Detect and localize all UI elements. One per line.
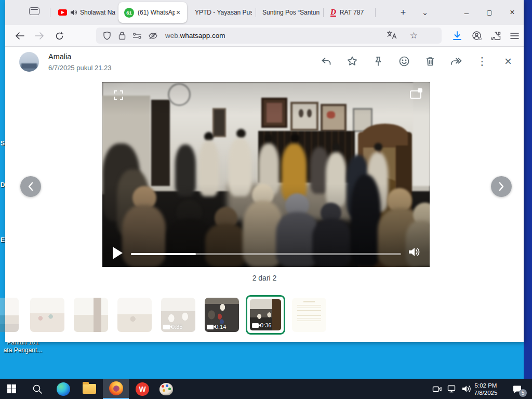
media-thumbnail-video[interactable]: 0:35 — [161, 298, 195, 332]
firefox-view-icon[interactable] — [29, 7, 39, 15]
tracking-disabled-icon[interactable] — [148, 32, 158, 40]
tab-sholawat[interactable]: Sholawat Na — [53, 3, 116, 22]
video-camera-icon — [163, 325, 170, 329]
video-player[interactable] — [102, 82, 430, 267]
picture-in-picture-icon[interactable] — [410, 90, 421, 99]
media-thumbnail-video[interactable]: 0:14 — [205, 298, 239, 332]
tab-label: YPTD - Yayasan Pusak — [195, 9, 252, 16]
extensions-puzzle-icon[interactable] — [489, 30, 502, 42]
tab-sunting-pos[interactable]: Sunting Pos “Santuna — [258, 3, 322, 22]
media-thumbnail-document[interactable] — [292, 298, 326, 332]
folder-icon — [83, 384, 96, 394]
desktop-wallpaper-edge — [524, 0, 532, 379]
tray-time: 5:02 PM — [475, 382, 497, 389]
desktop-icon-label-fragment: E — [1, 236, 5, 244]
browser-window: Sholawat Na 61 (61) WhatsApp × YPTD - Ya… — [5, 0, 524, 342]
wps-office-icon: W — [136, 382, 149, 396]
taskbar-paint-button[interactable] — [155, 379, 178, 399]
tray-date: 7/8/2025 — [474, 389, 498, 396]
taskbar-wps-button[interactable]: W — [131, 379, 154, 399]
tray-clock[interactable]: 5:02 PM 7/8/2025 — [467, 379, 505, 399]
play-button[interactable] — [113, 247, 123, 259]
youtube-icon — [58, 9, 67, 16]
firefox-icon — [109, 381, 123, 395]
tab-label: Sholawat Na — [80, 9, 116, 16]
menu-hamburger-icon[interactable] — [508, 30, 521, 42]
taskbar-firefox-button-active[interactable] — [103, 379, 129, 399]
shield-icon[interactable] — [103, 31, 111, 40]
downloads-icon[interactable] — [451, 30, 463, 42]
react-emoji-button[interactable] — [395, 52, 414, 71]
taskbar-search-button[interactable] — [26, 379, 49, 399]
media-thumbnail[interactable] — [0, 298, 19, 332]
back-button[interactable] — [14, 30, 26, 42]
video-camera-icon — [252, 323, 259, 328]
tray-meet-now-icon[interactable] — [430, 379, 445, 399]
window-maximize-button[interactable]: ▢ — [478, 0, 501, 25]
video-camera-icon — [207, 325, 214, 329]
screen: S D E Pantun 101 ata Pengant... Sholawat… — [0, 0, 532, 399]
desktop-icon-label-fragment: D — [1, 181, 5, 189]
viewer-close-button[interactable]: × — [499, 52, 517, 71]
bookmark-star-icon[interactable]: ☆ — [410, 30, 418, 41]
volume-icon[interactable] — [408, 246, 421, 260]
start-button[interactable] — [0, 379, 23, 399]
tab-label: (61) WhatsApp — [138, 9, 175, 16]
forward-button[interactable] — [33, 30, 46, 42]
translate-icon[interactable] — [387, 31, 397, 41]
previous-media-button[interactable] — [20, 176, 41, 197]
next-media-button[interactable] — [491, 176, 512, 197]
url-text[interactable]: web.whatsapp.com — [165, 32, 225, 39]
taskbar: W 5:02 PM 7/8/2025 5 — [0, 379, 532, 399]
tab-rat787[interactable]: D RAT 787 — [326, 3, 376, 22]
media-thumbnail[interactable] — [117, 298, 152, 332]
address-bar[interactable]: web.whatsapp.com ☆ — [96, 28, 442, 44]
sender-name: Amalia — [48, 52, 71, 61]
tab-label: Sunting Pos “Santuna — [262, 9, 320, 16]
pin-button[interactable] — [369, 52, 388, 71]
tab-yptd[interactable]: YPTD - Yayasan Pusak — [190, 3, 254, 22]
windows-logo-icon — [7, 384, 16, 393]
window-close-button[interactable]: × — [501, 0, 524, 25]
new-tab-button[interactable]: + — [394, 0, 413, 25]
more-options-button[interactable]: ⋮ — [473, 52, 491, 71]
notification-count-badge: 5 — [519, 389, 527, 397]
taskbar-edge-button[interactable] — [52, 379, 75, 399]
media-thumbnail[interactable] — [74, 298, 108, 332]
forward-button[interactable] — [447, 52, 466, 71]
star-button[interactable] — [343, 52, 362, 71]
d-logo-icon: D — [330, 9, 336, 17]
tab-close-icon[interactable]: × — [176, 8, 180, 17]
search-icon — [32, 384, 43, 394]
tab-label: RAT 787 — [340, 9, 364, 16]
navigation-toolbar: web.whatsapp.com ☆ — [5, 25, 524, 47]
tab-bar: Sholawat Na 61 (61) WhatsApp × YPTD - Ya… — [5, 0, 524, 25]
media-thumbnail-video-selected[interactable]: 0:36 — [246, 295, 285, 335]
tray-network-icon[interactable] — [445, 379, 459, 399]
edge-icon — [57, 382, 70, 396]
reply-button[interactable] — [317, 52, 336, 71]
tab-whatsapp-active[interactable]: 61 (61) WhatsApp × — [118, 2, 187, 23]
account-icon[interactable] — [471, 30, 483, 42]
window-minimize-button[interactable]: – — [455, 0, 478, 25]
video-progress-bar[interactable] — [131, 253, 401, 255]
media-counter: 2 dari 2 — [5, 274, 524, 282]
taskbar-file-explorer-button[interactable] — [78, 379, 101, 399]
video-progress-fill — [131, 253, 196, 255]
desktop-icon-label-fragment: S — [1, 140, 5, 147]
permissions-icon[interactable] — [132, 33, 142, 39]
paint-palette-icon — [159, 383, 173, 395]
media-thumbnail[interactable] — [30, 298, 64, 332]
tray-notification-center[interactable]: 5 — [507, 379, 528, 399]
avatar[interactable] — [19, 52, 39, 72]
tab-overflow-button[interactable]: ⌄ — [416, 0, 434, 25]
lock-icon[interactable] — [118, 31, 126, 40]
tab-audio-icon[interactable] — [70, 9, 77, 16]
whatsapp-badge-icon: 61 — [124, 8, 134, 18]
message-timestamp: 6/7/2025 pukul 21.23 — [48, 64, 111, 72]
delete-button[interactable] — [421, 52, 440, 71]
reload-button[interactable] — [53, 30, 65, 42]
